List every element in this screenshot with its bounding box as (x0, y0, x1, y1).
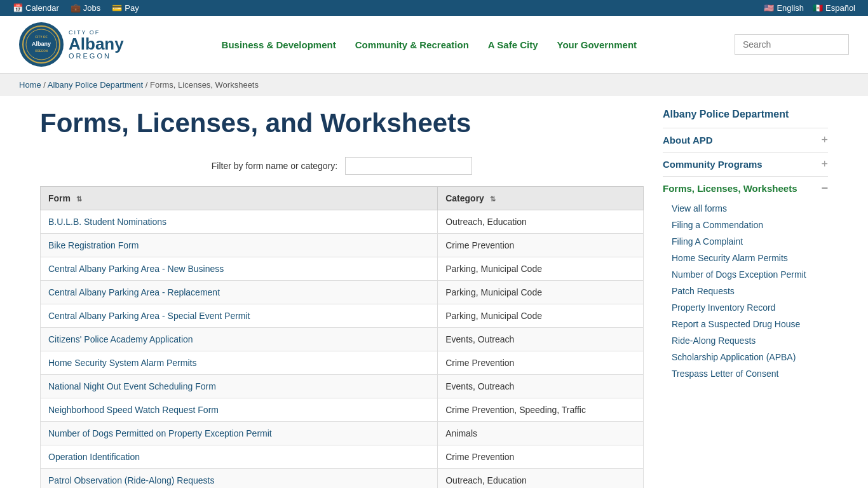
category-cell: Crime Prevention (438, 445, 644, 469)
form-link[interactable]: Central Albany Parking Area - Replacemen… (48, 287, 220, 297)
expand-icon-community: + (821, 158, 828, 171)
sidebar-community-label: Community Programs (663, 159, 763, 170)
logo-name-label: Albany (69, 36, 124, 52)
jobs-link[interactable]: 💼 Jobs (71, 3, 100, 13)
form-link[interactable]: Citizens' Police Academy Application (48, 334, 193, 344)
category-cell: Outreach, Education (438, 469, 644, 488)
breadcrumb-police[interactable]: Albany Police Department (48, 80, 143, 90)
category-cell: Parking, Municipal Code (438, 281, 644, 304)
table-row: Central Albany Parking Area - New Busine… (41, 257, 644, 281)
category-cell: Outreach, Education (438, 210, 644, 234)
table-row: Citizens' Police Academy ApplicationEven… (41, 328, 644, 351)
form-link[interactable]: B.U.L.B. Student Nominations (48, 217, 166, 227)
espanol-link[interactable]: 🇲🇽 Español (813, 3, 855, 13)
breadcrumb-current: Forms, Licenses, Worksheets (150, 80, 259, 90)
logo-text: CITY OF Albany OREGON (69, 29, 124, 60)
table-row: Central Albany Parking Area - Special Ev… (41, 304, 644, 328)
logo-area: CITY OF Albany OREGON CITY OF Albany ORE… (19, 22, 124, 67)
table-row: Number of Dogs Permitted on Property Exc… (41, 422, 644, 445)
english-label: English (776, 3, 804, 13)
sidebar-sub-item[interactable]: Ride-Along Requests (672, 332, 828, 349)
sidebar: Albany Police Department About APD + Com… (663, 109, 828, 488)
calendar-label: Calendar (25, 3, 59, 13)
sidebar-forms-active[interactable]: Forms, Licenses, Worksheets − (663, 176, 828, 200)
breadcrumb: Home / Albany Police Department / Forms,… (0, 74, 868, 96)
logo-state-label: OREGON (69, 52, 124, 60)
sidebar-about-apd[interactable]: About APD + (663, 128, 828, 152)
nav-business[interactable]: Business & Development (222, 39, 336, 50)
search-input[interactable] (735, 34, 849, 55)
pay-label: Pay (125, 3, 139, 13)
top-bar-left: 📅 Calendar 💼 Jobs 💳 Pay (13, 3, 139, 13)
sidebar-sub-item[interactable]: Number of Dogs Exception Permit (672, 266, 828, 283)
col-category-header[interactable]: Category ⇅ (438, 187, 644, 210)
col-form-header[interactable]: Form ⇅ (41, 187, 438, 210)
table-row: Bike Registration FormCrime Prevention (41, 234, 644, 257)
table-header-row: Form ⇅ Category ⇅ (41, 187, 644, 210)
sidebar-sub-item[interactable]: Patch Requests (672, 283, 828, 299)
mx-flag-icon: 🇲🇽 (813, 3, 823, 13)
main-nav: Business & Development Community & Recre… (143, 39, 715, 50)
espanol-label: Español (825, 3, 855, 13)
form-link[interactable]: Neighborhood Speed Watch Request Form (48, 405, 219, 415)
sidebar-sub-item[interactable]: Filing A Complaint (672, 233, 828, 250)
form-link[interactable]: National Night Out Event Scheduling Form (48, 381, 216, 391)
breadcrumb-sep2: / (146, 80, 150, 90)
breadcrumb-home[interactable]: Home (19, 80, 41, 90)
category-cell: Crime Prevention (438, 234, 644, 257)
top-bar: 📅 Calendar 💼 Jobs 💳 Pay 🇺🇸 English 🇲🇽 Es… (0, 0, 868, 16)
sidebar-sub-item[interactable]: Property Inventory Record (672, 299, 828, 316)
table-row: Neighborhood Speed Watch Request FormCri… (41, 398, 644, 422)
nav-safe-city[interactable]: A Safe City (488, 39, 538, 50)
sidebar-sub-item[interactable]: View all forms (672, 200, 828, 217)
sidebar-sub-item[interactable]: Scholarship Application (APBA) (672, 349, 828, 365)
sidebar-section-title: Albany Police Department (663, 109, 828, 120)
filter-input[interactable] (345, 157, 472, 175)
form-link[interactable]: Bike Registration Form (48, 240, 139, 250)
sidebar-about-apd-label: About APD (663, 135, 713, 146)
logo-seal: CITY OF Albany OREGON (19, 22, 64, 67)
nav-community[interactable]: Community & Recreation (355, 39, 469, 50)
table-row: Home Security System Alarm PermitsCrime … (41, 351, 644, 375)
form-link[interactable]: Central Albany Parking Area - New Busine… (48, 264, 224, 274)
sidebar-sub-item[interactable]: Home Security Alarm Permits (672, 250, 828, 266)
category-cell: Parking, Municipal Code (438, 257, 644, 281)
english-link[interactable]: 🇺🇸 English (764, 3, 804, 13)
category-sort-icon: ⇅ (490, 195, 496, 203)
filter-label: Filter by form name or category: (212, 161, 337, 171)
svg-text:OREGON: OREGON (35, 50, 48, 53)
form-link[interactable]: Central Albany Parking Area - Special Ev… (48, 311, 250, 321)
form-link[interactable]: Number of Dogs Permitted on Property Exc… (48, 428, 272, 438)
category-cell: Parking, Municipal Code (438, 304, 644, 328)
table-row: B.U.L.B. Student NominationsOutreach, Ed… (41, 210, 644, 234)
calendar-link[interactable]: 📅 Calendar (13, 3, 59, 13)
sidebar-sub-item[interactable]: Filing a Commendation (672, 217, 828, 233)
forms-table-body: B.U.L.B. Student NominationsOutreach, Ed… (41, 210, 644, 488)
pay-link[interactable]: 💳 Pay (112, 3, 139, 13)
table-row: Operation IdentificationCrime Prevention (41, 445, 644, 469)
form-link[interactable]: Home Security System Alarm Permits (48, 358, 196, 368)
category-cell: Crime Prevention, Speeding, Traffic (438, 398, 644, 422)
category-cell: Events, Outreach (438, 328, 644, 351)
jobs-icon: 💼 (71, 3, 81, 13)
form-link[interactable]: Operation Identification (48, 452, 140, 462)
jobs-label: Jobs (83, 3, 100, 13)
category-cell: Animals (438, 422, 644, 445)
page-body: Forms, Licenses, and Worksheets Filter b… (21, 96, 847, 488)
sidebar-community-programs[interactable]: Community Programs + (663, 152, 828, 176)
calendar-icon: 📅 (13, 3, 23, 13)
sidebar-sub-item[interactable]: Trespass Letter of Consent (672, 365, 828, 382)
main-content: Forms, Licenses, and Worksheets Filter b… (40, 109, 644, 488)
page-title: Forms, Licenses, and Worksheets (40, 109, 644, 138)
top-bar-right: 🇺🇸 English 🇲🇽 Español (764, 3, 855, 13)
svg-text:Albany: Albany (32, 41, 51, 47)
table-row: National Night Out Event Scheduling Form… (41, 375, 644, 398)
nav-government[interactable]: Your Government (557, 39, 637, 50)
collapse-icon-forms: − (821, 182, 828, 195)
sidebar-sub-item[interactable]: Report a Suspected Drug House (672, 316, 828, 332)
form-link[interactable]: Patrol Observation (Ride-Along) Requests (48, 475, 214, 485)
sidebar-forms-label: Forms, Licenses, Worksheets (663, 183, 797, 194)
category-cell: Events, Outreach (438, 375, 644, 398)
category-cell: Crime Prevention (438, 351, 644, 375)
svg-text:CITY OF: CITY OF (35, 35, 48, 39)
